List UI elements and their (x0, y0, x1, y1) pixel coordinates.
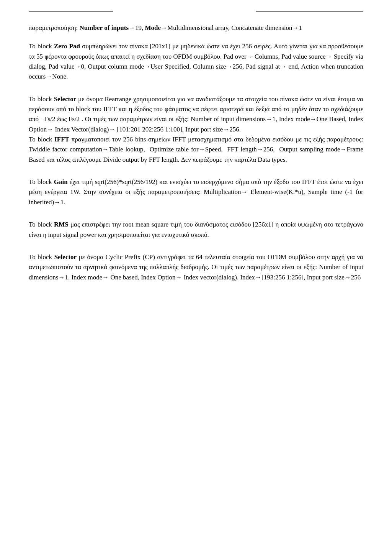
paragraph-zero-pad: Το block Zero Pad συμπληρώνει τον πίνακα… (29, 41, 363, 82)
top-decorative-lines (29, 11, 363, 12)
top-line-left (29, 11, 113, 12)
paragraph-gain: Το block Gain έχει τιμή sqrt(256)*sqrt(2… (29, 177, 363, 207)
top-line-right (256, 11, 363, 12)
page-container: παραμετροποίηση: Number of inputs→19, Mo… (0, 0, 392, 560)
paragraph-rms: Το block RMS μας επιστρέφει την root mea… (29, 220, 363, 240)
paragraph-parametropoiisi: παραμετροποίηση: Number of inputs→19, Mo… (29, 23, 363, 33)
paragraph-selector-cp: Το block Selector με όνομα Cyclic Prefix… (29, 252, 363, 282)
paragraph-selector-rearrange: Το block Selector με όνομα Rearrange χρη… (29, 94, 363, 165)
